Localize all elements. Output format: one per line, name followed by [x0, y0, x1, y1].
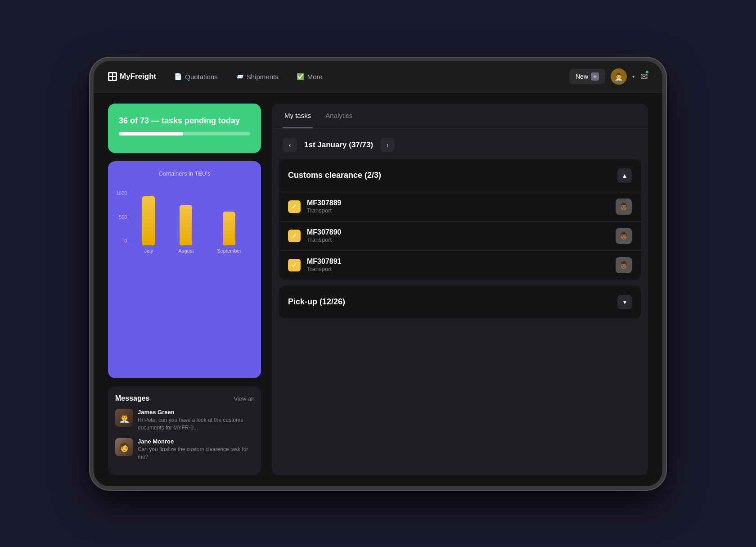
messages-header: Messages View all [115, 394, 254, 402]
tab-my-tasks[interactable]: My tasks [283, 104, 313, 128]
left-panel: 36 of 73 — tasks pending today Container… [108, 104, 261, 475]
task-check-mf307889[interactable]: ✓ [288, 200, 301, 213]
topbar-right: New + 👨‍💼 ▾ ✉ [569, 68, 648, 85]
view-all-link[interactable]: View all [234, 395, 254, 402]
task-avatar-mf307889: 👨🏾 [616, 199, 632, 215]
task-type-mf307891: Transport [307, 266, 609, 272]
bar-september: September [217, 212, 241, 253]
quotations-icon: 📄 [174, 73, 182, 80]
tasks-card: 36 of 73 — tasks pending today [108, 104, 261, 153]
task-id-mf307891: MF307891 [307, 258, 609, 266]
bar-july: July [142, 196, 155, 253]
bar-july-label: July [144, 248, 153, 253]
task-group-customs-header: Customs clearance (2/3) ▲ [279, 159, 641, 192]
messages-title: Messages [115, 394, 150, 402]
avatar-chevron-icon[interactable]: ▾ [632, 74, 635, 80]
shipments-icon: 📨 [236, 73, 243, 80]
logo: MyFreight [108, 72, 156, 81]
new-plus-icon: + [591, 72, 599, 81]
bar-august: August [178, 205, 194, 253]
svg-rect-2 [109, 77, 112, 80]
msg-text-james: Hi Pete, can you have a look at the cust… [138, 416, 254, 432]
collapse-customs-button[interactable]: ▲ [617, 168, 632, 183]
task-id-mf307890: MF307890 [307, 228, 609, 236]
task-check-mf307891[interactable]: ✓ [288, 259, 301, 271]
nav-quotations-label: Quotations [185, 73, 218, 81]
collapse-pickup-button[interactable]: ▾ [617, 295, 632, 309]
chart-area: 1000 500 0 July August [116, 181, 253, 253]
nav-shipments-label: Shipments [247, 73, 279, 81]
tasks-title: 36 of 73 — tasks pending today [119, 116, 250, 126]
task-avatar-mf307890: 👨🏾 [616, 228, 632, 244]
msg-name-james: James Green [138, 409, 254, 416]
mail-button[interactable]: ✉ [640, 71, 648, 82]
task-type-mf307890: Transport [307, 236, 609, 243]
msg-name-jane: Jane Monroe [138, 438, 254, 445]
more-icon: ✅ [297, 73, 304, 80]
task-type-mf307889: Transport [307, 207, 609, 214]
date-text: 1st January (37/73) [304, 140, 373, 149]
mail-dot [645, 70, 649, 74]
message-item-1[interactable]: 👨‍💼 James Green Hi Pete, can you have a … [115, 409, 254, 432]
msg-avatar-jane: 👩 [115, 438, 133, 456]
task-item-mf307891[interactable]: ✓ MF307891 Transport 👨🏾 [279, 250, 641, 280]
task-group-customs: Customs clearance (2/3) ▲ ✓ MF307889 Tra… [279, 159, 641, 280]
y-label-1000: 1000 [116, 190, 127, 196]
nav-more[interactable]: ✅ More [289, 69, 330, 84]
bars-group: July August September [130, 181, 253, 253]
nav-more-label: More [307, 73, 323, 81]
chart-title: Containers in TEU's [116, 170, 253, 177]
tasks-list: Customs clearance (2/3) ▲ ✓ MF307889 Tra… [272, 159, 648, 475]
bar-august-label: August [178, 248, 194, 253]
tab-analytics[interactable]: Analytics [324, 104, 354, 128]
msg-text-jane: Can you finalize the custom clearence ta… [138, 446, 254, 461]
message-item-2[interactable]: 👩 Jane Monroe Can you finalize the custo… [115, 438, 254, 461]
device-frame: MyFreight 📄 Quotations 📨 Shipments ✅ Mor… [90, 58, 666, 490]
progress-bar-bg [119, 132, 250, 136]
task-group-pickup: Pick-up (12/26) ▾ [279, 286, 641, 318]
y-axis: 1000 500 0 [116, 190, 127, 253]
tabs-header: My tasks Analytics [272, 104, 648, 129]
task-group-pickup-header: Pick-up (12/26) ▾ [279, 286, 641, 318]
new-label: New [576, 73, 588, 80]
task-item-mf307890[interactable]: ✓ MF307890 Transport 👨🏾 [279, 221, 641, 250]
logo-icon [108, 72, 117, 81]
main-content: 36 of 73 — tasks pending today Container… [94, 93, 662, 486]
nav-quotations[interactable]: 📄 Quotations [167, 69, 225, 84]
nav-shipments[interactable]: 📨 Shipments [229, 69, 286, 84]
svg-rect-0 [109, 73, 112, 76]
chart-card: Containers in TEU's 1000 500 0 July [108, 161, 261, 379]
y-label-500: 500 [116, 214, 127, 220]
bar-august-fill [180, 205, 192, 245]
svg-rect-3 [113, 77, 116, 80]
date-next-button[interactable]: › [380, 138, 395, 152]
task-group-customs-title: Customs clearance (2/3) [288, 171, 381, 180]
app-name: MyFreight [120, 72, 156, 81]
date-prev-icon: ‹ [289, 141, 291, 149]
date-prev-button[interactable]: ‹ [283, 138, 297, 152]
task-item-mf307889[interactable]: ✓ MF307889 Transport 👨🏾 [279, 192, 641, 221]
right-panel: My tasks Analytics ‹ 1st January (37/73)… [272, 104, 648, 475]
topbar: MyFreight 📄 Quotations 📨 Shipments ✅ Mor… [94, 61, 662, 93]
bar-september-label: September [217, 248, 241, 253]
bar-july-fill [142, 196, 155, 245]
messages-card: Messages View all 👨‍💼 James Green Hi Pet… [108, 386, 261, 475]
task-id-mf307889: MF307889 [307, 199, 609, 207]
date-next-icon: › [387, 141, 389, 149]
task-check-mf307890[interactable]: ✓ [288, 230, 301, 242]
progress-bar-fill [119, 132, 183, 136]
y-label-0: 0 [116, 238, 127, 244]
svg-rect-1 [113, 73, 116, 76]
date-nav: ‹ 1st January (37/73) › [272, 129, 648, 159]
task-avatar-mf307891: 👨🏾 [616, 257, 632, 273]
new-button[interactable]: New + [569, 69, 605, 84]
user-avatar[interactable]: 👨‍💼 [611, 68, 627, 85]
task-group-pickup-title: Pick-up (12/26) [288, 297, 345, 307]
msg-avatar-james: 👨‍💼 [115, 409, 133, 427]
bar-september-fill [223, 212, 235, 245]
